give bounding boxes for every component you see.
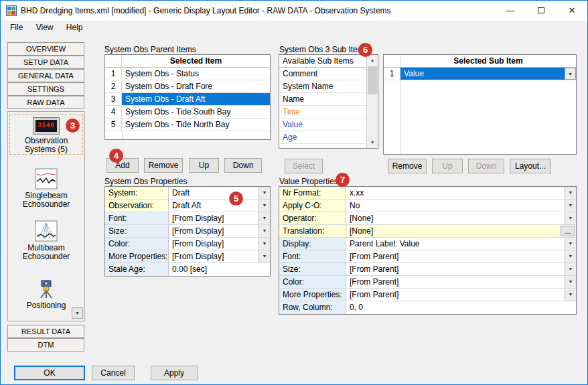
dropdown-arrow-icon[interactable]: ▼ [565,289,576,301]
sidebar-tab-dtm[interactable]: DTM [7,338,84,352]
sidebar-tab-overview[interactable]: OVERVIEW [7,42,84,56]
sidebar-tab-setup-data[interactable]: SETUP DATA [7,56,84,69]
table-row[interactable]: 1 System Obs - Status [105,68,270,80]
available-sub-items-list: Available Sub Items Comment System Name … [279,54,378,149]
raw-data-systems-panel: 3540 Observation Systems (5) Singlebeam … [7,111,85,321]
ellipsis-button[interactable]: ... [561,226,575,236]
positioning-icon [35,278,57,299]
prop-row-operator: Operator: [None] ▼ [279,212,576,225]
dropdown-arrow-icon[interactable]: ▼ [565,212,576,224]
value-properties-grid: Nr Format: x.xx ▼ Apply C-O: No ▼ Operat… [279,186,577,315]
sidebar-tab-result-data[interactable]: RESULT DATA [7,325,84,338]
table-header-row: Selected Item [105,55,270,68]
prop-row-row-column: Row, Column: 0, 0 [279,301,576,314]
dropdown-arrow-icon[interactable]: ▼ [259,225,270,237]
prop-row-color: Color: [From Display] ▼ [105,238,270,250]
dropdown-arrow-icon[interactable]: ▼ [565,200,576,212]
list-item[interactable]: Age [279,131,366,144]
down-sub-button[interactable]: Down [468,159,504,173]
dropdown-arrow-icon[interactable]: ▼ [565,238,576,250]
maximize-button[interactable] [526,1,557,21]
menu-view[interactable]: View [31,21,59,34]
dropdown-arrow-icon[interactable]: ▼ [259,212,270,224]
scroll-down-button[interactable]: ▼ [72,307,83,319]
prop-row-font: Font: [From Display] ▼ [105,212,270,225]
prop-row-more-properties: More Properties: [From Display] ▼ [105,250,270,263]
prop-row-translation: Translation: [None] ... [279,225,576,238]
scroll-down-icon[interactable]: ▼ [367,137,378,148]
sidebar-tab-general-data[interactable]: GENERAL DATA [7,69,84,82]
table-header-row: Selected Sub Item [384,55,576,68]
table-row-selected[interactable]: 1 Value ▼ [384,68,576,80]
table-row[interactable]: 5 System Obs - Tide North Bay [105,119,270,131]
dropdown-arrow-icon[interactable]: ▼ [565,68,576,80]
multibeam-echosounder-icon [35,220,58,242]
list-item[interactable]: Name [279,93,366,106]
annotation-badge-3: 3 [66,119,80,133]
sidebar-item-multibeam-echosounder[interactable]: Multibeam Echosounder [9,220,83,261]
remove-button[interactable]: Remove [144,158,183,173]
remove-sub-button[interactable]: Remove [388,159,427,173]
table-row[interactable]: 4 System Obs - Tide South Bay [105,106,270,119]
close-icon: ✕ [569,5,576,15]
prop-row-size: Size: [From Parent] ▼ [279,263,576,276]
sidebar-tab-raw-data[interactable]: RAW DATA [7,96,84,109]
parent-items-table: Selected Item 1 System Obs - Status 2 Sy… [104,54,271,140]
section-title-sub-items: System Obs 3 Sub Items [279,45,368,54]
window: BHD Dredging Items.xml [modified] - Gene… [0,0,588,385]
sidebar-item-singlebeam-echosounder[interactable]: Singlebeam Echosounder [9,168,83,209]
table-corner-cell [384,55,400,67]
dropdown-arrow-icon[interactable]: ▼ [565,187,576,199]
dropdown-arrow-icon[interactable]: ▼ [565,276,576,288]
list-item[interactable]: System Name [279,80,366,93]
sidebar-item-label: Singlebeam Echosounder [9,191,83,209]
scrollbar-thumb[interactable] [368,66,377,94]
prop-row-size: Size: [From Display] ▼ [105,225,270,238]
scrollbar[interactable]: ▲ ▼ [366,55,378,148]
table-row[interactable]: 2 System Obs - Draft Fore [105,80,270,93]
maximize-icon [538,7,544,13]
prop-row-system: System: Draft ▼ [105,187,270,200]
apply-button[interactable]: Apply [151,366,198,380]
dropdown-arrow-icon[interactable]: ▼ [565,263,576,275]
up-button[interactable]: Up [189,158,219,173]
prop-row-nr-format: Nr Format: x.xx ▼ [279,187,576,200]
window-title: BHD Dredging Items.xml [modified] - Gene… [21,6,495,15]
dropdown-arrow-icon[interactable]: ▼ [259,200,270,212]
prop-row-apply-co: Apply C-O: No ▼ [279,200,576,212]
sidebar-item-positioning[interactable]: Positioning [9,278,83,310]
dropdown-arrow-icon[interactable]: ▼ [259,187,270,199]
sub-item-combobox[interactable]: Value ▼ [400,68,576,80]
table-corner-cell [105,55,122,67]
sidebar-tab-settings[interactable]: SETTINGS [7,82,84,96]
list-item[interactable]: Comment [279,68,366,80]
scroll-up-icon[interactable]: ▲ [367,55,378,66]
window-controls: — ✕ [495,1,587,21]
numeric-display-icon: 3540 [33,117,60,135]
menu-file[interactable]: File [5,21,28,34]
cancel-button[interactable]: Cancel [92,366,135,380]
list-header: Available Sub Items [279,55,366,68]
dropdown-arrow-icon[interactable]: ▼ [259,250,270,262]
column-header-selected-item: Selected Item [122,55,270,67]
layout-button[interactable]: Layout... [510,159,551,173]
dropdown-arrow-icon[interactable]: ▼ [565,250,576,262]
sidebar-item-label: Observation Systems (5) [10,137,82,154]
menu-help[interactable]: Help [61,21,88,34]
minimize-button[interactable]: — [495,1,526,21]
select-button[interactable]: Select [285,159,323,173]
table-row-selected[interactable]: 3 System Obs - Draft Aft [105,93,270,106]
prop-row-more-properties: More Properties: [From Parent] ▼ [279,289,576,301]
ok-button[interactable]: OK [14,366,85,380]
up-sub-button[interactable]: Up [432,159,463,173]
prop-row-color: Color: [From Parent] ▼ [279,276,576,289]
menu-bar: File View Help [1,21,587,35]
close-button[interactable]: ✕ [557,1,587,21]
down-button[interactable]: Down [224,158,262,173]
dropdown-arrow-icon[interactable]: ▼ [259,238,270,250]
list-item[interactable]: Time [279,106,366,119]
annotation-badge-7: 7 [336,173,350,187]
annotation-badge-4: 4 [109,149,123,163]
prop-row-display: Display: Parent Label: Value ▼ [279,238,576,250]
list-item[interactable]: Value [279,119,366,131]
